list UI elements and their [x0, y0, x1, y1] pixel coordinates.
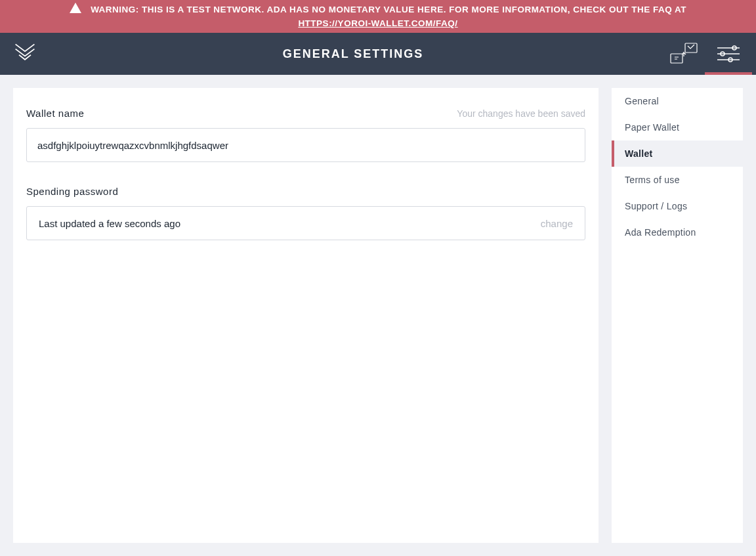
yoroi-logo-icon[interactable]	[13, 41, 37, 67]
sidebar-item-ada-redemption[interactable]: Ada Redemption	[612, 219, 743, 246]
wallet-transfer-icon[interactable]	[669, 39, 698, 68]
page-title: GENERAL SETTINGS	[37, 47, 669, 61]
spending-password-box: Last updated a few seconds ago change	[26, 206, 585, 240]
sidebar-item-label: Wallet	[625, 148, 653, 159]
settings-main-panel: Wallet name Your changes have been saved…	[13, 88, 598, 543]
warning-triangle-icon	[70, 3, 81, 17]
sidebar-item-terms-of-use[interactable]: Terms of use	[612, 167, 743, 193]
sidebar-item-label: General	[625, 96, 659, 106]
sidebar-item-support-logs[interactable]: Support / Logs	[612, 193, 743, 219]
settings-sidebar: General Paper Wallet Wallet Terms of use…	[612, 88, 743, 543]
svg-rect-0	[671, 54, 682, 63]
test-network-warning-banner: WARNING: THIS IS A TEST NETWORK. ADA HAS…	[0, 0, 756, 33]
sidebar-item-paper-wallet[interactable]: Paper Wallet	[612, 114, 743, 140]
sidebar-item-wallet[interactable]: Wallet	[612, 140, 743, 167]
warning-text: WARNING: THIS IS A TEST NETWORK. ADA HAS…	[91, 4, 686, 14]
saved-hint: Your changes have been saved	[457, 108, 585, 119]
sidebar-item-label: Terms of use	[625, 175, 680, 185]
change-password-link[interactable]: change	[541, 218, 573, 229]
password-last-updated: Last updated a few seconds ago	[39, 218, 180, 229]
sidebar-item-general[interactable]: General	[612, 88, 743, 114]
faq-link[interactable]: HTTPS://YOROI-WALLET.COM/FAQ/	[298, 18, 457, 28]
wallet-name-input[interactable]	[26, 128, 585, 162]
wallet-name-label: Wallet name	[26, 108, 84, 119]
sidebar-item-label: Support / Logs	[625, 201, 687, 211]
sidebar-item-label: Ada Redemption	[625, 227, 696, 238]
spending-password-label: Spending password	[26, 186, 118, 197]
settings-sliders-icon[interactable]	[714, 39, 743, 68]
app-header: GENERAL SETTINGS	[0, 33, 756, 75]
sidebar-item-label: Paper Wallet	[625, 122, 679, 133]
